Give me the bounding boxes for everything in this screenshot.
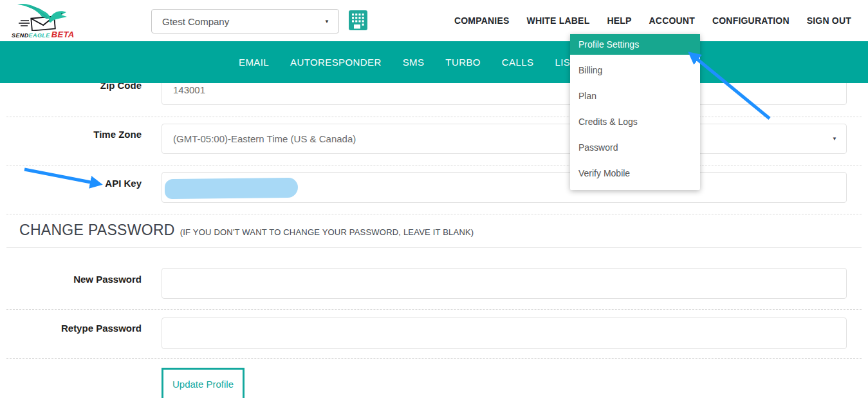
mnav-calls[interactable]: CALLS	[502, 57, 534, 68]
mnav-sms[interactable]: SMS	[403, 57, 425, 68]
menu-item-profile-settings[interactable]: Profile Settings	[570, 34, 700, 55]
main-nav-items: EMAIL AUTORESPONDER SMS TURBO CALLS LIST…	[239, 41, 583, 83]
new-password-input[interactable]	[162, 268, 847, 299]
logo: SENDEAGLEBETA	[10, 1, 95, 40]
change-password-title: CHANGE PASSWORD	[19, 222, 175, 239]
main-nav-bar: EMAIL AUTORESPONDER SMS TURBO CALLS LIST…	[0, 41, 868, 83]
account-menu-list: Billing Plan Credits & Logs Password Ver…	[570, 55, 700, 186]
chevron-down-icon: ▼	[324, 19, 329, 24]
nav-companies[interactable]: COMPANIES	[454, 15, 510, 26]
change-password-heading: CHANGE PASSWORD (IF YOU DON'T WANT TO CH…	[19, 222, 474, 239]
logo-send: SEND	[12, 32, 29, 39]
time-zone-value: (GMT-05:00)-Eastern Time (US & Canada)	[173, 133, 356, 144]
update-profile-button[interactable]: Update Profile	[162, 368, 245, 398]
top-header: SENDEAGLEBETA Gtest Company ▼ COMPANIES …	[0, 0, 868, 41]
mnav-email[interactable]: EMAIL	[239, 57, 269, 68]
logo-eagle: EAGLE	[29, 32, 50, 39]
api-key-highlight	[165, 178, 298, 199]
menu-item-password[interactable]: Password	[570, 135, 700, 160]
row-separator	[6, 309, 862, 310]
company-select-value: Gtest Company	[162, 16, 229, 27]
retype-password-input[interactable]	[162, 317, 847, 349]
nav-account[interactable]: ACCOUNT	[649, 15, 695, 26]
time-zone-label: Time Zone	[19, 129, 142, 140]
building-icon[interactable]	[349, 10, 367, 30]
account-dropdown-menu: Profile Settings Billing Plan Credits & …	[570, 34, 700, 190]
logo-wordmark: SENDEAGLEBETA	[12, 30, 75, 39]
new-password-label: New Password	[19, 274, 142, 285]
nav-configuration[interactable]: CONFIGURATION	[712, 15, 790, 26]
zip-code-value: 143001	[173, 84, 205, 95]
menu-item-plan[interactable]: Plan	[570, 83, 700, 109]
mnav-autoresponder[interactable]: AUTORESPONDER	[290, 57, 382, 68]
row-separator	[6, 358, 862, 359]
time-zone-select[interactable]: (GMT-05:00)-Eastern Time (US & Canada) ▼	[162, 124, 847, 154]
nav-help[interactable]: HELP	[607, 15, 631, 26]
company-select[interactable]: Gtest Company ▼	[151, 9, 339, 33]
menu-item-billing[interactable]: Billing	[570, 57, 700, 83]
retype-password-label: Retype Password	[19, 323, 142, 334]
page: SENDEAGLEBETA Gtest Company ▼ COMPANIES …	[0, 0, 868, 398]
change-password-subtitle: (IF YOU DON'T WANT TO CHANGE YOUR PASSWO…	[180, 227, 474, 237]
menu-item-verify-mobile[interactable]: Verify Mobile	[570, 160, 700, 186]
api-key-label: API Key	[19, 178, 142, 189]
row-separator	[6, 117, 862, 117]
menu-item-credits-logs[interactable]: Credits & Logs	[570, 109, 700, 135]
nav-white-label[interactable]: WHITE LABEL	[527, 15, 590, 26]
mnav-turbo[interactable]: TURBO	[445, 57, 481, 68]
section-divider	[6, 247, 862, 248]
sendeagle-eagle-icon	[10, 1, 95, 31]
nav-sign-out[interactable]: SIGN OUT	[807, 15, 851, 26]
row-separator	[6, 214, 862, 214]
logo-beta: BETA	[51, 30, 75, 39]
row-separator	[6, 166, 862, 166]
chevron-down-icon: ▼	[832, 136, 837, 142]
